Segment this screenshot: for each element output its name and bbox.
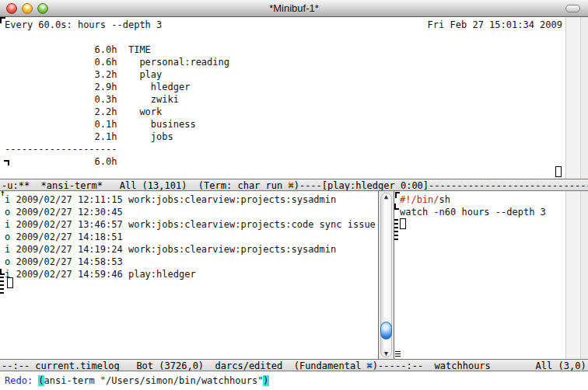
shebang-line: #!/bin/sh <box>400 193 565 206</box>
redraw-artifact-corner <box>395 192 400 198</box>
watch-command-text: Every 60.0s: hours --depth 3 <box>5 19 162 31</box>
scrollbar-track-top[interactable] <box>565 17 588 179</box>
minimize-icon[interactable] <box>22 3 33 14</box>
report-line: 0.3h zwiki <box>5 93 565 106</box>
toolbar-pill-icon[interactable] <box>565 5 580 12</box>
minibuffer-prompt: Redo: <box>5 375 38 386</box>
report-line: 6.0h TIME <box>5 44 565 56</box>
window-title: *Minibuf-1* <box>0 2 588 15</box>
scroll-up-icon[interactable]: ▲ <box>379 192 394 201</box>
watchhours-script-pane[interactable]: #!/bin/sh watch -n60 hours --depth 3 <box>394 191 565 359</box>
redraw-artifact-corner <box>0 269 5 275</box>
redraw-artifact-dashes <box>0 277 4 294</box>
watch-date-text: Fri Feb 27 15:01:34 2009 <box>428 19 562 31</box>
report-line: 6.0h <box>5 155 565 168</box>
minibuffer[interactable]: Redo: (ansi-term "/Users/simon/bin/watch… <box>0 371 588 390</box>
shebang-interpreter: sh <box>439 194 450 205</box>
timelog-entry: o 2009/02/27 14:58:53 <box>5 256 378 268</box>
timelog-entry: i 2009/02/27 14:19:24 work:jobs:clearvie… <box>5 243 378 256</box>
modeline-watchhours: --:-- watchhours All (3,0) <box>394 359 588 371</box>
timelog-entry: i 2009/02/27 12:11:15 work:jobs:clearvie… <box>5 193 378 206</box>
watch-header-line: Every 60.0s: hours --depth 3 Fri Feb 27 … <box>5 19 565 31</box>
timelog-cursor <box>7 277 13 288</box>
report-line: 3.2h play <box>5 68 565 81</box>
timelog-entry: o 2009/02/27 12:30:45 <box>5 206 378 218</box>
minibuffer-command: ansi-term "/Users/simon/bin/watchhours" <box>44 375 264 386</box>
emacs-frame: *Minibuf-1* Every 60.0s: hours --depth 3… <box>0 0 588 390</box>
report-line: 0.6h personal:reading <box>5 56 565 68</box>
timelog-pane[interactable]: i 2009/02/27 12:11:15 work:jobs:clearvie… <box>0 191 378 359</box>
redraw-artifact-dashes <box>394 219 398 242</box>
shebang-comment: #!/bin/ <box>400 194 439 205</box>
scrollbar-thumb[interactable] <box>380 322 392 340</box>
ansi-term-pane[interactable]: Every 60.0s: hours --depth 3 Fri Feb 27 … <box>0 17 565 179</box>
matched-open-paren: ( <box>38 375 44 386</box>
timelog-entries: i 2009/02/27 12:11:15 work:jobs:clearvie… <box>5 193 378 280</box>
terminal-cursor <box>555 166 562 177</box>
redraw-artifact-corner <box>394 204 399 210</box>
timelog-entry: i 2009/02/27 14:59:46 play:hledger <box>5 268 378 280</box>
scroll-down-icon[interactable]: ▼ <box>379 349 394 358</box>
zoom-icon[interactable] <box>37 3 48 14</box>
report-line: -------------------- <box>5 143 565 155</box>
scrollbar-track-bottom[interactable] <box>565 191 588 359</box>
report-line <box>5 31 565 44</box>
redraw-artifact-corner <box>4 160 9 165</box>
script-cursor <box>400 218 406 229</box>
command-line: watch -n60 hours --depth 3 <box>400 206 565 218</box>
matched-close-paren: ) <box>263 375 268 386</box>
report-line: 2.1h jobs <box>5 131 565 143</box>
redraw-artifact-corner <box>0 17 5 23</box>
report-line: 2.9h hledger <box>5 81 565 93</box>
redraw-artifact-arrow: ↑ <box>0 189 5 197</box>
title-bar[interactable]: *Minibuf-1* <box>0 0 588 17</box>
modeline-timelog: --:-- current.timelog Bot (3726,0) darcs… <box>0 359 394 371</box>
close-icon[interactable] <box>6 3 17 14</box>
report-line: 0.1h business <box>5 118 565 131</box>
timelog-entry: o 2009/02/27 14:18:51 <box>5 231 378 243</box>
report-line: 2.2h work <box>5 106 565 118</box>
redraw-artifact-dashes <box>395 351 401 358</box>
scrollbar[interactable]: ▲ ▼ <box>378 191 394 359</box>
hours-report: 6.0h TIME 0.6h personal:reading 3.2h pla… <box>5 31 565 168</box>
timelog-entry: i 2009/02/27 13:46:57 work:jobs:clearvie… <box>5 218 378 231</box>
modeline-ansi-term: -u:** *ansi-term* All (13,101) (Term: ch… <box>0 179 588 191</box>
